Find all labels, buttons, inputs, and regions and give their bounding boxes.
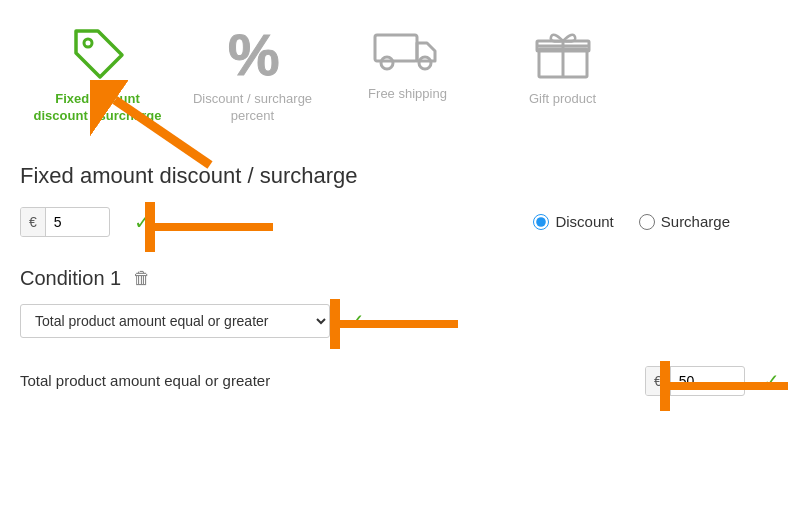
icon-item-fixed-amount[interactable]: Fixed amount discount / surcharge [20, 15, 175, 133]
icon-item-discount-percent[interactable]: % Discount / surcharge percent [175, 15, 330, 133]
radio-discount-label: Discount [555, 213, 613, 230]
icon-label-free-shipping: Free shipping [368, 86, 447, 103]
icon-label-fixed-amount: Fixed amount discount / surcharge [30, 91, 165, 125]
radio-group: Discount Surcharge [533, 213, 730, 230]
amount-row: € ✓ Discount Surcharge [20, 207, 780, 237]
icon-label-gift-product: Gift product [529, 91, 596, 108]
condition-text: Total product amount equal or greater [20, 372, 631, 389]
main-content: Fixed amount discount / surcharge € ✓ Di… [0, 143, 800, 416]
svg-point-0 [84, 39, 92, 47]
icon-label-discount-percent: Discount / surcharge percent [185, 91, 320, 125]
radio-surcharge-label: Surcharge [661, 213, 730, 230]
svg-text:%: % [228, 23, 280, 83]
condition-select-row: Total product amount equal or greater To… [20, 304, 780, 338]
icon-item-gift-product[interactable]: Gift product [485, 15, 640, 116]
truck-icon [373, 23, 443, 78]
tag-icon [68, 23, 128, 83]
svg-point-4 [419, 57, 431, 69]
gift-icon [533, 23, 593, 83]
amount-input[interactable] [46, 208, 96, 236]
svg-point-3 [381, 57, 393, 69]
radio-surcharge-input[interactable] [639, 214, 655, 230]
arrow-condition-select [330, 299, 460, 349]
percent-icon: % [223, 23, 283, 83]
radio-surcharge[interactable]: Surcharge [639, 213, 730, 230]
condition-select[interactable]: Total product amount equal or greater To… [20, 304, 330, 338]
currency-symbol: € [21, 208, 46, 236]
condition-title: Condition 1 [20, 267, 121, 290]
icon-item-free-shipping[interactable]: Free shipping [330, 15, 485, 111]
amount-condition-row: Total product amount equal or greater € … [20, 366, 780, 396]
radio-discount[interactable]: Discount [533, 213, 613, 230]
svg-rect-2 [375, 35, 417, 61]
section-title: Fixed amount discount / surcharge [20, 163, 780, 189]
trash-icon[interactable]: 🗑 [133, 268, 151, 289]
radio-discount-input[interactable] [533, 214, 549, 230]
amount-input-wrap[interactable]: € [20, 207, 110, 237]
arrow-condition-amount [660, 361, 790, 411]
icon-row: Fixed amount discount / surcharge % Disc… [0, 0, 800, 143]
condition-header: Condition 1 🗑 [20, 267, 780, 290]
arrow-amount [145, 202, 275, 252]
